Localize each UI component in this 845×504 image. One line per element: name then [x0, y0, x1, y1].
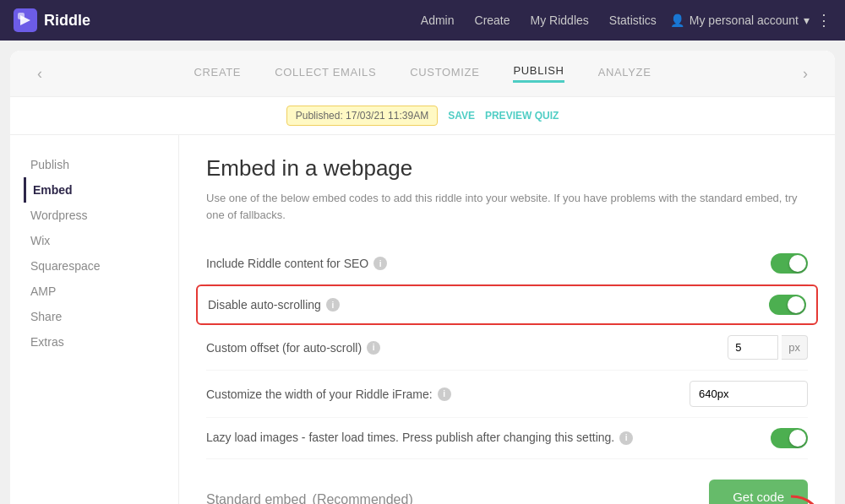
chevron-down-icon: ▾ [804, 14, 810, 27]
seo-toggle-track[interactable] [771, 253, 808, 274]
sidebar: Publish Embed Wordpress Wix Squarespace … [10, 135, 179, 504]
width-input[interactable] [690, 381, 808, 407]
sidebar-item-share[interactable]: Share [30, 304, 158, 329]
body-layout: Publish Embed Wordpress Wix Squarespace … [10, 135, 835, 504]
page-wrapper: ‹ CREATE COLLECT EMAILS CUSTOMIZE PUBLIS… [10, 51, 835, 504]
width-input-group [690, 381, 808, 407]
standard-embed-section: Standard embed (Recommended) Get code [206, 480, 808, 504]
offset-unit: px [782, 335, 808, 360]
published-badge: Published: 17/03/21 11:39AM [286, 106, 438, 126]
autoscroll-toggle-thumb [788, 296, 804, 313]
option-width-label: Customize the width of your Riddle iFram… [206, 387, 451, 401]
step-nav: ‹ CREATE COLLECT EMAILS CUSTOMIZE PUBLIS… [10, 51, 835, 97]
sidebar-item-extras[interactable]: Extras [30, 329, 158, 355]
offset-info-icon[interactable]: i [367, 341, 380, 355]
get-code-button[interactable]: Get code [709, 480, 808, 504]
sidebar-item-wix[interactable]: Wix [30, 228, 158, 253]
nav-create[interactable]: Create [475, 14, 510, 27]
topnav: Riddle Admin Create My Riddles Statistic… [0, 0, 845, 41]
autoscroll-info-icon[interactable]: i [326, 298, 340, 312]
more-menu-icon[interactable]: ⋮ [816, 11, 831, 30]
sidebar-item-wordpress[interactable]: Wordpress [30, 203, 158, 228]
embed-title-group: Standard embed (Recommended) [206, 484, 413, 504]
nav-my-riddles[interactable]: My Riddles [531, 14, 589, 27]
seo-info-icon[interactable]: i [373, 257, 387, 270]
width-info-icon[interactable]: i [438, 387, 451, 401]
step-create[interactable]: CREATE [194, 66, 242, 82]
svg-rect-2 [18, 13, 25, 19]
lazyload-toggle-track[interactable] [771, 428, 808, 448]
offset-input-group: px [728, 335, 808, 360]
option-width: Customize the width of your Riddle iFram… [206, 371, 808, 418]
nav-links: Admin Create My Riddles Statistics [421, 14, 657, 27]
get-code-wrapper: Get code [709, 480, 808, 504]
step-nav-next[interactable]: › [789, 58, 821, 89]
nav-statistics[interactable]: Statistics [609, 14, 657, 27]
step-nav-prev[interactable]: ‹ [24, 58, 56, 89]
seo-toggle[interactable] [771, 253, 808, 274]
option-offset-label: Custom offset (for auto-scroll) i [206, 341, 380, 355]
option-seo-label: Include Riddle content for SEO i [206, 257, 387, 270]
lazyload-toggle[interactable] [771, 428, 808, 448]
published-bar: Published: 17/03/21 11:39AM SAVE PREVIEW… [10, 97, 835, 134]
option-lazyload: Lazy load images - faster load times. Pr… [206, 418, 808, 459]
account-menu[interactable]: 👤 My personal account ▾ [670, 14, 810, 27]
logo-icon [14, 8, 37, 32]
nav-admin[interactable]: Admin [421, 14, 455, 27]
option-lazyload-label: Lazy load images - faster load times. Pr… [206, 430, 633, 447]
step-customize[interactable]: CUSTOMIZE [410, 66, 479, 82]
autoscroll-toggle[interactable] [769, 295, 806, 315]
step-collect-emails[interactable]: COLLECT EMAILS [275, 66, 376, 82]
section-description: Use one of the below embed codes to add … [206, 190, 808, 223]
account-icon: 👤 [670, 14, 684, 27]
preview-quiz-button[interactable]: PREVIEW QUIZ [485, 110, 559, 122]
sidebar-item-amp[interactable]: AMP [30, 279, 158, 304]
save-button[interactable]: SAVE [448, 110, 475, 122]
seo-toggle-thumb [789, 255, 806, 272]
option-autoscroll-label: Disable auto-scrolling i [208, 298, 340, 312]
main-content: Embed in a webpage Use one of the below … [179, 135, 835, 504]
option-autoscroll: Disable auto-scrolling i [196, 285, 818, 325]
option-offset: Custom offset (for auto-scroll) i px [206, 325, 808, 371]
step-analyze[interactable]: ANALYZE [598, 66, 651, 82]
step-publish[interactable]: PUBLISH [513, 64, 564, 83]
option-seo: Include Riddle content for SEO i [206, 243, 808, 285]
offset-input[interactable] [728, 335, 778, 360]
autoscroll-toggle-track[interactable] [769, 295, 806, 315]
sidebar-item-embed[interactable]: Embed [24, 177, 158, 203]
lazyload-info-icon[interactable]: i [619, 431, 633, 445]
logo[interactable]: Riddle [14, 8, 90, 32]
embed-title: Standard embed (Recommended) [206, 484, 413, 504]
sidebar-item-squarespace[interactable]: Squarespace [30, 253, 158, 279]
page-title: Embed in a webpage [206, 155, 808, 182]
lazyload-toggle-thumb [789, 430, 806, 447]
sidebar-item-publish[interactable]: Publish [30, 152, 158, 177]
step-nav-items: CREATE COLLECT EMAILS CUSTOMIZE PUBLISH … [194, 64, 651, 83]
